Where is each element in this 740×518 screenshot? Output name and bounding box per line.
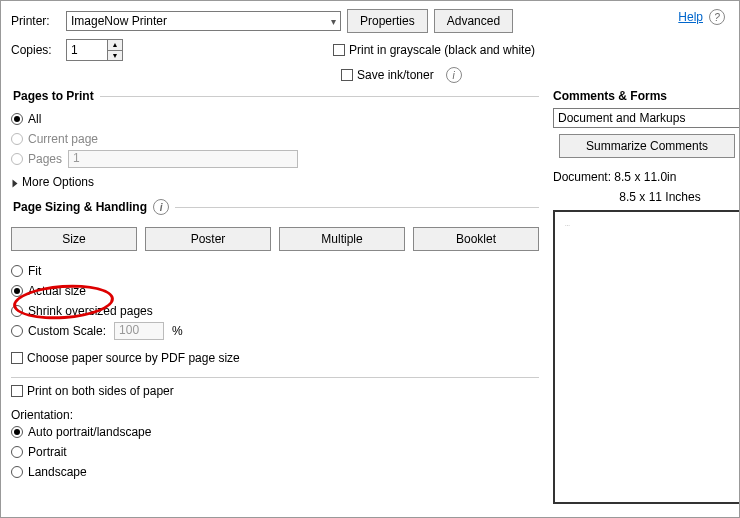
saveink-label: Save ink/toner	[357, 68, 434, 82]
spin-down-icon[interactable]: ▼	[108, 51, 122, 61]
orient-landscape-radio[interactable]: Landscape	[11, 465, 87, 479]
orient-portrait-radio[interactable]: Portrait	[11, 445, 67, 459]
spin-up-icon[interactable]: ▲	[108, 40, 122, 51]
custom-scale-input[interactable]: 100	[114, 322, 164, 340]
preview-caption: 8.5 x 11 Inches	[553, 190, 740, 204]
chevron-down-icon: ▾	[331, 16, 336, 27]
help-icon[interactable]: ?	[709, 9, 725, 25]
document-size-label: Document: 8.5 x 11.0in	[553, 170, 740, 184]
paper-source-checkbox[interactable]: Choose paper source by PDF page size	[11, 351, 240, 365]
copies-label: Copies:	[11, 43, 66, 57]
copies-input[interactable]: 1 ▲ ▼	[66, 39, 123, 61]
triangle-right-icon	[13, 180, 18, 188]
info-icon[interactable]: i	[153, 199, 169, 215]
pages-range-input[interactable]: 1	[68, 150, 298, 168]
saveink-checkbox[interactable]: Save ink/toner	[341, 68, 434, 82]
printer-value: ImageNow Printer	[71, 14, 167, 28]
comments-value: Document and Markups	[558, 111, 685, 125]
fit-radio[interactable]: Fit	[11, 264, 41, 278]
info-icon[interactable]: i	[446, 67, 462, 83]
size-tab[interactable]: Size	[11, 227, 137, 251]
printer-label: Printer:	[11, 14, 66, 28]
pages-range-radio[interactable]: Pages	[11, 152, 62, 166]
orientation-label: Orientation:	[11, 408, 539, 422]
pages-all-radio[interactable]: All	[11, 112, 41, 126]
comments-header: Comments & Forms	[553, 89, 740, 103]
shrink-radio[interactable]: Shrink oversized pages	[11, 304, 153, 318]
multiple-tab[interactable]: Multiple	[279, 227, 405, 251]
printer-select[interactable]: ImageNow Printer ▾	[66, 11, 341, 31]
help-link[interactable]: Help	[678, 10, 703, 24]
duplex-checkbox[interactable]: Print on both sides of paper	[11, 384, 174, 398]
grayscale-checkbox[interactable]: Print in grayscale (black and white)	[333, 43, 535, 57]
summarize-button[interactable]: Summarize Comments	[559, 134, 735, 158]
custom-scale-radio[interactable]: Custom Scale:	[11, 324, 106, 338]
sizing-header: Page Sizing & Handling	[13, 200, 147, 214]
grayscale-label: Print in grayscale (black and white)	[349, 43, 535, 57]
pages-current-radio[interactable]: Current page	[11, 132, 98, 146]
percent-label: %	[172, 324, 183, 338]
orient-auto-radio[interactable]: Auto portrait/landscape	[11, 425, 151, 439]
booklet-tab[interactable]: Booklet	[413, 227, 539, 251]
more-options-toggle[interactable]: More Options	[22, 175, 94, 189]
properties-button[interactable]: Properties	[347, 9, 428, 33]
comments-select[interactable]: Document and Markups ▾	[553, 108, 740, 128]
page-preview: ···	[553, 210, 740, 504]
actual-size-radio[interactable]: Actual size	[11, 284, 86, 298]
advanced-button[interactable]: Advanced	[434, 9, 513, 33]
pages-header: Pages to Print	[11, 89, 100, 103]
poster-tab[interactable]: Poster	[145, 227, 271, 251]
